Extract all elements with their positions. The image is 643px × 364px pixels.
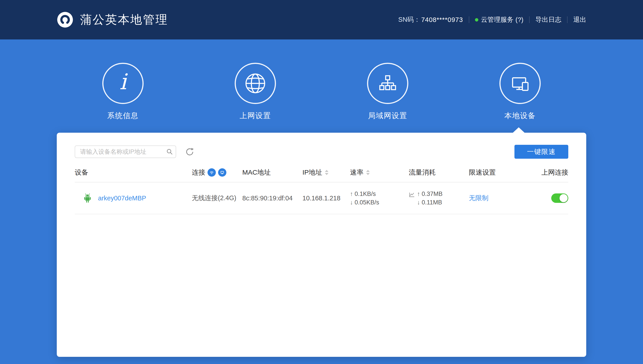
col-header-label: MAC地址 bbox=[242, 168, 271, 177]
local-devices-panel: 一键限速 设备 连接 bbox=[57, 133, 586, 357]
internet-access-toggle[interactable] bbox=[551, 194, 568, 203]
toggle-knob bbox=[559, 194, 568, 202]
top-bar-right: SN码： 7408****0973 云管理服务 (?) 导出日志 退出 bbox=[398, 15, 586, 24]
main-nav: i 系统信息 上网设置 bbox=[0, 40, 643, 133]
limit-setting-link[interactable]: 无限制 bbox=[469, 194, 488, 202]
active-tab-pointer bbox=[513, 127, 525, 133]
col-header-mac: MAC地址 bbox=[242, 168, 302, 177]
rate-cell: ↑0.1KB/s ↓0.05KB/s bbox=[350, 190, 409, 207]
brand-logo-icon bbox=[57, 12, 73, 28]
col-header-ip: IP地址 bbox=[302, 168, 350, 177]
nav-item-lan-settings[interactable]: 局域网设置 bbox=[322, 40, 454, 133]
down-arrow-icon: ↓ bbox=[350, 199, 353, 206]
traffic-down-line: ↓0.11MB bbox=[417, 198, 443, 207]
wired-filter-icon[interactable] bbox=[218, 168, 226, 176]
sn-label: SN码： bbox=[398, 15, 420, 24]
mac-cell: 8c:85:90:19:df:04 bbox=[242, 194, 302, 202]
logout-link[interactable]: 退出 bbox=[573, 15, 586, 24]
nav-label: 局域网设置 bbox=[368, 111, 407, 121]
sort-ip-control[interactable] bbox=[325, 170, 329, 175]
down-arrow-icon: ↓ bbox=[417, 199, 420, 206]
sort-rate-control[interactable] bbox=[366, 170, 370, 175]
col-header-label: 设备 bbox=[75, 168, 88, 177]
cloud-help-icon[interactable]: (?) bbox=[516, 16, 523, 24]
nav-item-internet-settings[interactable]: 上网设置 bbox=[189, 40, 322, 133]
rate-up-value: 0.1KB/s bbox=[355, 190, 376, 197]
col-header-label: 流量消耗 bbox=[409, 168, 436, 177]
search-icon[interactable] bbox=[166, 148, 173, 155]
content-area: 一键限速 设备 连接 bbox=[0, 133, 643, 357]
lan-topology-icon bbox=[367, 63, 408, 104]
rate-down-value: 0.05KB/s bbox=[355, 199, 379, 206]
device-search bbox=[75, 146, 176, 158]
info-icon: i bbox=[102, 63, 144, 104]
device-cell: arkey007deMBP bbox=[75, 193, 192, 203]
divider bbox=[529, 16, 529, 23]
traffic-cell: ↑0.37MB ↓0.11MB bbox=[409, 190, 469, 207]
panel-toolbar: 一键限速 bbox=[75, 133, 568, 159]
col-header-limit: 限速设置 bbox=[469, 168, 523, 177]
divider bbox=[469, 16, 469, 23]
traffic-lines: ↑0.37MB ↓0.11MB bbox=[417, 190, 443, 207]
refresh-icon[interactable] bbox=[185, 147, 194, 156]
nav-label: 本地设备 bbox=[504, 111, 536, 121]
top-bar-inner: 蒲公英本地管理 SN码： 7408****0973 云管理服务 (?) 导出日志… bbox=[57, 0, 586, 40]
col-header-label: 连接 bbox=[192, 168, 205, 177]
app-title: 蒲公英本地管理 bbox=[80, 12, 168, 28]
rate-down-line: ↓0.05KB/s bbox=[350, 198, 409, 207]
traffic-block: ↑0.37MB ↓0.11MB bbox=[409, 190, 469, 207]
svg-text:i: i bbox=[120, 71, 128, 94]
online-cell bbox=[523, 194, 568, 203]
col-header-rate: 速率 bbox=[350, 168, 409, 177]
col-header-label: 速率 bbox=[350, 168, 364, 177]
col-header-online: 上网连接 bbox=[523, 168, 568, 177]
wifi-filter-icon[interactable] bbox=[207, 168, 216, 176]
sn-value: 7408****0973 bbox=[421, 16, 463, 24]
nav-item-local-devices[interactable]: 本地设备 bbox=[454, 40, 586, 133]
cloud-service-status[interactable]: 云管理服务 (?) bbox=[475, 15, 523, 24]
col-header-connection: 连接 bbox=[192, 168, 242, 177]
search-input[interactable] bbox=[75, 146, 176, 158]
traffic-down-value: 0.11MB bbox=[422, 199, 442, 206]
divider bbox=[567, 16, 567, 23]
nav-label: 系统信息 bbox=[107, 111, 139, 121]
connection-cell: 无线连接(2.4G) bbox=[192, 194, 242, 202]
nav-label: 上网设置 bbox=[240, 111, 271, 121]
globe-icon bbox=[235, 63, 276, 104]
nav-item-system-info[interactable]: i 系统信息 bbox=[57, 40, 189, 133]
ip-cell: 10.168.1.218 bbox=[302, 194, 350, 202]
up-arrow-icon: ↑ bbox=[350, 190, 353, 197]
rate-up-line: ↑0.1KB/s bbox=[350, 190, 409, 198]
online-status-dot-icon bbox=[475, 18, 478, 22]
traffic-chart-icon[interactable] bbox=[409, 192, 415, 197]
devices-icon bbox=[499, 63, 541, 104]
main-nav-inner: i 系统信息 上网设置 bbox=[57, 40, 586, 133]
col-header-label: 限速设置 bbox=[469, 168, 496, 177]
android-device-icon bbox=[83, 193, 92, 203]
limit-cell: 无限制 bbox=[469, 194, 523, 202]
up-arrow-icon: ↑ bbox=[417, 190, 420, 197]
col-header-traffic: 流量消耗 bbox=[409, 168, 469, 177]
device-name-link[interactable]: arkey007deMBP bbox=[98, 194, 146, 202]
col-header-label: 上网连接 bbox=[541, 168, 568, 177]
table-header: 设备 连接 bbox=[75, 163, 568, 182]
export-logs-link[interactable]: 导出日志 bbox=[535, 15, 561, 24]
device-row: arkey007deMBP 无线连接(2.4G) 8c:85:90:19:df:… bbox=[75, 182, 568, 214]
col-header-label: IP地址 bbox=[302, 168, 322, 177]
traffic-up-line: ↑0.37MB bbox=[417, 190, 443, 198]
col-header-device: 设备 bbox=[75, 168, 192, 177]
traffic-up-value: 0.37MB bbox=[422, 190, 443, 197]
top-bar: 蒲公英本地管理 SN码： 7408****0973 云管理服务 (?) 导出日志… bbox=[0, 0, 643, 40]
limit-all-button[interactable]: 一键限速 bbox=[514, 145, 568, 159]
cloud-service-label: 云管理服务 bbox=[481, 15, 514, 24]
